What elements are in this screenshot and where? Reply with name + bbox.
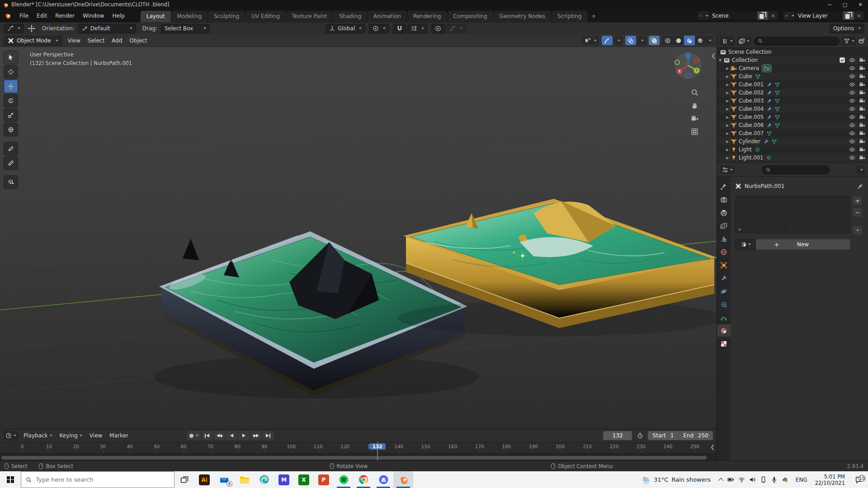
properties-tab-object[interactable] <box>717 259 731 271</box>
panel-collapse-arrow[interactable]: ❮ <box>711 52 716 59</box>
timeline-collapse-arrow[interactable]: ❮ <box>710 444 715 450</box>
add-slot-button[interactable]: + <box>853 196 863 206</box>
onedrive-warning-icon[interactable] <box>782 476 788 483</box>
taskbar-app-discord[interactable] <box>373 471 393 488</box>
viewport-menu-add[interactable]: Add <box>108 36 126 45</box>
snap-toggle[interactable] <box>393 24 406 33</box>
menu-edit[interactable]: Edit <box>33 11 51 20</box>
weather-widget[interactable]: 31°C Rain showers <box>636 475 716 484</box>
jump-end-button[interactable] <box>263 431 274 440</box>
taskbar-app-spotify[interactable] <box>334 471 354 488</box>
eye-icon[interactable] <box>849 89 855 96</box>
taskbar-clock[interactable]: 5:01 PM 22/10/2021 <box>811 474 849 486</box>
tray-expand-icon[interactable] <box>718 478 723 483</box>
outliner-display-dropdown[interactable] <box>737 37 751 46</box>
camera-render-icon[interactable] <box>859 106 865 112</box>
gizmo-toggle[interactable] <box>602 36 613 45</box>
start-frame-field[interactable]: Start 1 <box>648 431 678 440</box>
timeline-menu-keying[interactable]: Keying <box>56 431 86 440</box>
viewport-menu-view[interactable]: View <box>64 36 84 45</box>
move-tool[interactable] <box>4 80 18 93</box>
mesh-data-icon[interactable] <box>774 122 780 128</box>
outliner-row-cube-001[interactable]: ▶ Cube.001 <box>717 80 868 89</box>
language-indicator[interactable]: ENG <box>792 477 811 483</box>
timeline-menu-playback[interactable]: Playback <box>20 431 56 440</box>
pan-hand-icon[interactable] <box>691 102 698 109</box>
mesh-data-icon[interactable] <box>755 74 761 80</box>
pin-icon[interactable] <box>857 183 863 189</box>
eye-icon[interactable] <box>849 106 855 112</box>
properties-tab-physics[interactable] <box>717 285 731 297</box>
outliner-row-cube-003[interactable]: ▶ Cube.003 <box>717 97 868 105</box>
properties-tab-material[interactable] <box>717 324 731 337</box>
menu-window[interactable]: Window <box>79 11 108 20</box>
transform-tool[interactable] <box>4 123 18 136</box>
notification-center[interactable]: 15 <box>849 476 868 483</box>
camera-render-icon[interactable] <box>859 57 865 63</box>
mesh-data-icon[interactable] <box>774 114 780 120</box>
properties-options-dropdown[interactable] <box>857 165 865 174</box>
checkbox-icon[interactable] <box>839 57 845 63</box>
outliner-row-cube-002[interactable]: ▶ Cube.002 <box>717 89 868 97</box>
modifier-wrench-icon[interactable] <box>766 106 772 112</box>
camera-render-icon[interactable] <box>859 81 865 88</box>
properties-tab-texture[interactable] <box>717 338 731 350</box>
taskbar-app-mail[interactable]: 6 <box>214 471 234 488</box>
phone-link-icon[interactable] <box>760 476 767 483</box>
resize-grip[interactable]: :::: <box>789 227 796 231</box>
new-material-button[interactable]: + New <box>756 239 850 250</box>
menu-render[interactable]: Render <box>51 11 79 20</box>
shading-wireframe-button[interactable] <box>662 36 673 45</box>
modifier-wrench-icon[interactable] <box>766 90 772 96</box>
outliner-row-cube[interactable]: ▶ Cube <box>717 72 868 80</box>
options-button[interactable]: Options <box>830 24 864 33</box>
workspace-tab-modeling[interactable]: Modeling <box>171 11 208 22</box>
modifier-wrench-icon[interactable] <box>763 139 769 145</box>
add-cube-tool[interactable] <box>4 175 18 189</box>
scene-name[interactable]: Scene <box>708 11 757 20</box>
terrain-right[interactable] <box>398 199 717 336</box>
menu-help[interactable]: Help <box>108 11 128 20</box>
eye-icon[interactable] <box>849 130 855 136</box>
collapse-icon[interactable]: ▼ <box>717 58 723 62</box>
new-scene-icon[interactable] <box>757 11 768 20</box>
modifier-wrench-icon[interactable] <box>766 122 772 128</box>
autokey-button[interactable] <box>187 431 201 440</box>
workspace-tab-layout[interactable]: Layout <box>141 11 171 22</box>
active-tool-button[interactable] <box>4 24 24 33</box>
playhead-frame-badge[interactable]: 132 <box>369 443 386 450</box>
timeline-ruler[interactable]: 0102030405060708090100110120130140150160… <box>0 442 717 453</box>
properties-editor-dropdown[interactable] <box>720 165 735 174</box>
modifier-wrench-icon[interactable] <box>766 82 772 88</box>
camera-render-icon[interactable] <box>859 146 865 153</box>
eye-icon[interactable] <box>849 114 855 120</box>
workspace-tab-shading[interactable]: Shading <box>333 11 368 22</box>
outliner-editor-dropdown[interactable] <box>720 37 735 46</box>
shading-dropdown[interactable] <box>706 36 713 45</box>
stopwatch-icon[interactable] <box>637 432 643 439</box>
slot-expand-icon[interactable]: ▶ <box>739 227 741 231</box>
taskbar-app-illustrator[interactable]: Ai <box>194 471 214 488</box>
workspace-tab-geometry-nodes[interactable]: Geometry Nodes <box>494 11 552 22</box>
current-frame-field[interactable]: 132 <box>603 431 632 440</box>
camera-view-icon[interactable] <box>691 115 698 122</box>
wifi-icon[interactable] <box>738 476 745 483</box>
pivot-point-dropdown[interactable] <box>369 24 389 33</box>
mesh-data-icon[interactable] <box>774 106 780 112</box>
taskbar-app-chrome[interactable] <box>354 471 373 488</box>
ortho-toggle-icon[interactable] <box>691 128 698 136</box>
battery-icon[interactable] <box>727 476 734 483</box>
shading-solid-button[interactable] <box>673 36 684 45</box>
light-data-icon[interactable] <box>766 155 772 161</box>
modifier-wrench-icon[interactable] <box>766 98 772 104</box>
workspace-tab-sculpting[interactable]: Sculpting <box>208 11 245 22</box>
camera-render-icon[interactable] <box>859 98 865 104</box>
camera-render-icon[interactable] <box>859 73 865 80</box>
outliner-row-cube-004[interactable]: ▶ Cube.004 <box>717 105 868 113</box>
taskbar-app-blender[interactable] <box>393 471 413 488</box>
outliner-row-light-001[interactable]: ▶ Light.001 <box>717 154 868 162</box>
new-view-layer-icon[interactable] <box>843 11 854 20</box>
blender-menu-icon[interactable] <box>4 12 12 19</box>
zoom-icon[interactable] <box>691 89 698 96</box>
start-button[interactable] <box>0 471 21 488</box>
